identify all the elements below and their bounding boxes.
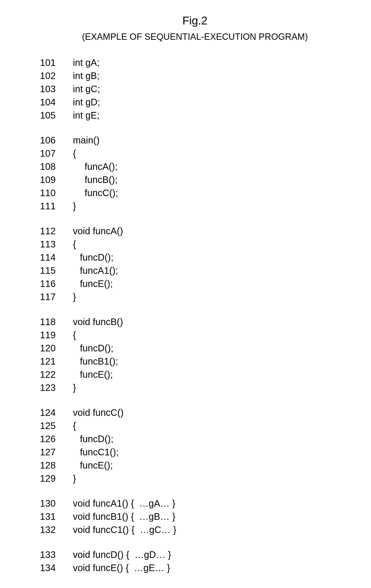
code-line: 119{ <box>40 328 364 342</box>
page-container: Fig.2 (EXAMPLE OF SEQUENTIAL-EXECUTION P… <box>7 14 364 574</box>
line-number: 133 <box>40 548 73 561</box>
code-text: } <box>73 200 76 213</box>
line-number: 108 <box>40 160 73 173</box>
code-text: funcE(); <box>73 277 113 290</box>
code-text: void funcE() { …gE… } <box>73 561 170 574</box>
code-text: funcC(); <box>73 186 118 200</box>
code-line: 134void funcE() { …gE… } <box>40 561 364 574</box>
code-text: funcE(); <box>73 368 113 381</box>
code-text: void funcA() <box>73 224 123 238</box>
code-text: void funcC() <box>73 406 124 419</box>
figure-title: Fig.2 <box>26 14 364 27</box>
line-number: 127 <box>40 445 73 459</box>
code-text: funcA(); <box>73 160 118 173</box>
code-line: 126funcD(); <box>40 432 364 445</box>
code-text: { <box>73 147 76 160</box>
code-text: funcB1(); <box>73 355 118 368</box>
code-line: 106main() <box>40 134 364 147</box>
code-line: 102int gB; <box>40 69 364 82</box>
code-line: 121funcB1(); <box>40 355 364 368</box>
code-text: funcD(); <box>73 251 113 264</box>
line-number: 119 <box>40 328 73 342</box>
line-number: 126 <box>40 432 73 445</box>
code-block: 124void funcC()125{126funcD();127funcC1(… <box>40 406 364 485</box>
line-number: 113 <box>40 238 73 251</box>
code-line: 131void funcB1() { …gB… } <box>40 510 364 523</box>
line-number: 129 <box>40 472 73 485</box>
code-text: funcC1(); <box>73 445 119 459</box>
code-block: 118void funcB()119{120funcD();121funcB1(… <box>40 315 364 394</box>
code-text: funcD(); <box>73 432 113 445</box>
code-block: 101int gA;102int gB;103int gC;104int gD;… <box>40 56 364 122</box>
code-text: int gE; <box>73 109 99 122</box>
code-line: 104int gD; <box>40 95 364 109</box>
code-text: funcE(); <box>73 459 113 472</box>
line-number: 118 <box>40 315 73 328</box>
line-number: 115 <box>40 264 73 277</box>
code-line: 128funcE(); <box>40 459 364 472</box>
line-number: 105 <box>40 109 73 122</box>
code-text: void funcC1() { …gC… } <box>73 523 176 536</box>
code-line: 108funcA(); <box>40 160 364 173</box>
code-line: 101int gA; <box>40 56 364 69</box>
code-line: 118void funcB() <box>40 315 364 328</box>
code-text: funcA1(); <box>73 264 118 277</box>
code-line: 122funcE(); <box>40 368 364 381</box>
line-number: 103 <box>40 82 73 95</box>
code-line: 115funcA1(); <box>40 264 364 277</box>
line-number: 106 <box>40 134 73 147</box>
code-line: 133void funcD() { …gD… } <box>40 548 364 561</box>
line-number: 130 <box>40 497 73 510</box>
code-text: funcD(); <box>73 342 113 355</box>
line-number: 109 <box>40 173 73 186</box>
code-text: { <box>73 328 76 342</box>
figure-subtitle: (EXAMPLE OF SEQUENTIAL-EXECUTION PROGRAM… <box>26 32 364 42</box>
code-text: funcB(); <box>73 173 118 186</box>
code-text: int gC; <box>73 82 100 95</box>
line-number: 134 <box>40 561 73 574</box>
code-block: 130void funcA1() { …gA… }131void funcB1(… <box>40 497 364 536</box>
code-line: 105int gE; <box>40 109 364 122</box>
line-number: 110 <box>40 186 73 200</box>
line-number: 131 <box>40 510 73 523</box>
code-block: 106main()107{108funcA();109funcB();110fu… <box>40 134 364 213</box>
line-number: 112 <box>40 224 73 238</box>
code-line: 110funcC(); <box>40 186 364 200</box>
code-line: 109funcB(); <box>40 173 364 186</box>
code-text: main() <box>73 134 99 147</box>
code-block: 133void funcD() { …gD… }134void funcE() … <box>40 548 364 574</box>
code-line: 112void funcA() <box>40 224 364 238</box>
code-line: 125{ <box>40 419 364 432</box>
line-number: 111 <box>40 200 73 213</box>
code-text: } <box>73 472 76 485</box>
code-listing: 101int gA;102int gB;103int gC;104int gD;… <box>7 56 364 574</box>
code-text: } <box>73 290 76 304</box>
line-number: 107 <box>40 147 73 160</box>
line-number: 104 <box>40 95 73 109</box>
line-number: 121 <box>40 355 73 368</box>
code-line: 111} <box>40 200 364 213</box>
code-line: 107{ <box>40 147 364 160</box>
code-line: 113{ <box>40 238 364 251</box>
code-line: 120funcD(); <box>40 342 364 355</box>
line-number: 114 <box>40 251 73 264</box>
code-line: 117} <box>40 290 364 304</box>
code-text: void funcB1() { …gB… } <box>73 510 175 523</box>
line-number: 101 <box>40 56 73 69</box>
code-line: 103int gC; <box>40 82 364 95</box>
code-line: 116funcE(); <box>40 277 364 290</box>
code-text: { <box>73 238 76 251</box>
code-line: 129} <box>40 472 364 485</box>
code-text: void funcA1() { …gA… } <box>73 497 175 510</box>
code-text: void funcD() { …gD… } <box>73 548 171 561</box>
line-number: 122 <box>40 368 73 381</box>
code-line: 130void funcA1() { …gA… } <box>40 497 364 510</box>
code-line: 114funcD(); <box>40 251 364 264</box>
line-number: 120 <box>40 342 73 355</box>
code-text: int gB; <box>73 69 99 82</box>
code-text: { <box>73 419 76 432</box>
line-number: 124 <box>40 406 73 419</box>
code-text: } <box>73 381 76 394</box>
code-line: 127funcC1(); <box>40 445 364 459</box>
code-line: 132void funcC1() { …gC… } <box>40 523 364 536</box>
